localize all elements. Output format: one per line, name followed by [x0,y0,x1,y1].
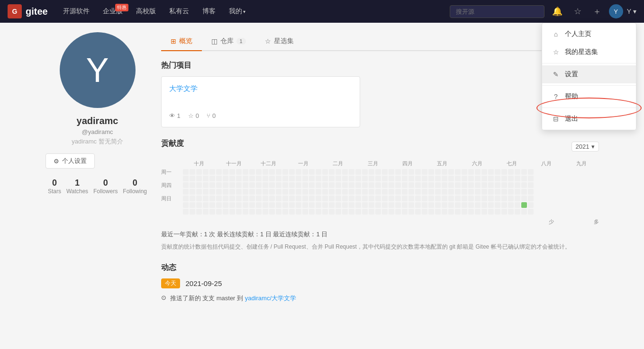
grid-cell[interactable] [263,169,268,175]
grid-cell[interactable] [289,182,295,188]
grid-cell[interactable] [455,176,461,181]
grid-cell[interactable] [309,169,315,175]
grid-cell[interactable] [495,169,500,175]
grid-cell[interactable] [196,202,202,208]
grid-cell[interactable] [269,176,275,181]
grid-cell[interactable] [223,209,228,215]
grid-cell[interactable] [455,196,461,201]
grid-cell[interactable] [462,209,467,215]
year-select[interactable]: 2021 ▾ [571,142,599,152]
grid-cell[interactable] [395,209,401,215]
grid-cell[interactable] [263,196,268,201]
grid-cell[interactable] [289,169,295,175]
tab-stars[interactable]: ☆ 星选集 [255,32,303,51]
grid-cell[interactable] [190,196,195,201]
grid-cell[interactable] [422,182,427,188]
grid-cell[interactable] [455,202,461,208]
grid-cell[interactable] [196,176,202,181]
grid-cell[interactable] [481,209,487,215]
grid-cell[interactable] [229,202,235,208]
grid-cell[interactable] [415,176,421,181]
grid-cell[interactable] [223,189,228,195]
grid-cell[interactable] [415,196,421,201]
grid-cell[interactable] [369,209,374,215]
grid-cell[interactable] [289,189,295,195]
grid-cell[interactable] [336,196,341,201]
grid-cell[interactable] [468,169,474,175]
grid-cell[interactable] [415,209,421,215]
grid-cell[interactable] [481,196,487,201]
nav-opensrc[interactable]: 开源软件 [57,0,95,23]
grid-cell[interactable] [508,176,514,181]
grid-cell[interactable] [462,189,467,195]
grid-cell[interactable] [448,189,454,195]
grid-cell[interactable] [468,176,474,181]
grid-cell[interactable] [488,169,494,175]
grid-cell[interactable] [448,209,454,215]
grid-cell[interactable] [229,196,235,201]
grid-cell[interactable] [349,189,354,195]
grid-cell[interactable] [408,182,414,188]
grid-cell[interactable] [508,202,514,208]
grid-cell[interactable] [422,169,427,175]
grid-cell[interactable] [402,189,408,195]
grid-cell[interactable] [316,196,321,201]
grid-cell[interactable] [282,202,288,208]
grid-cell[interactable] [329,202,335,208]
grid-cell[interactable] [209,189,215,195]
grid-cell[interactable] [223,169,228,175]
grid-cell[interactable] [475,182,481,188]
grid-cell[interactable] [521,196,527,201]
dropdown-logout[interactable]: ⊟ 退出 [542,110,636,128]
grid-cell[interactable] [501,202,507,208]
grid-cell[interactable] [515,196,520,201]
grid-cell[interactable] [501,196,507,201]
grid-cell[interactable] [342,196,348,201]
grid-cell[interactable] [336,169,341,175]
tab-repos[interactable]: ◫ 仓库 1 [202,32,255,51]
grid-cell[interactable] [382,202,388,208]
grid-cell[interactable] [481,182,487,188]
grid-cell[interactable] [229,209,235,215]
grid-cell[interactable] [349,182,354,188]
grid-cell[interactable] [302,202,308,208]
grid-cell[interactable] [515,176,520,181]
grid-cell[interactable] [428,209,434,215]
grid-cell[interactable] [269,169,275,175]
grid-cell[interactable] [302,189,308,195]
grid-cell[interactable] [481,176,487,181]
grid-cell[interactable] [349,196,354,201]
grid-cell[interactable] [369,189,374,195]
grid-cell[interactable] [375,189,381,195]
grid-cell[interactable] [263,209,268,215]
grid-cell[interactable] [422,196,427,201]
grid-cell[interactable] [355,176,361,181]
grid-cell[interactable] [316,182,321,188]
grid-cell[interactable] [336,182,341,188]
grid-cell[interactable] [389,182,394,188]
grid-cell[interactable] [229,176,235,181]
grid-cell[interactable] [336,189,341,195]
grid-cell[interactable] [488,189,494,195]
grid-cell[interactable] [243,182,248,188]
grid-cell[interactable] [515,169,520,175]
grid-cell[interactable] [243,169,248,175]
grid-cell[interactable] [183,189,189,195]
grid-cell[interactable] [408,209,414,215]
grid-cell[interactable] [395,196,401,201]
grid-cell[interactable] [269,202,275,208]
grid-cell[interactable] [349,169,354,175]
grid-cell[interactable] [495,182,500,188]
dropdown-profile[interactable]: ⌂ 个人主页 [542,25,636,43]
grid-cell[interactable] [362,209,368,215]
grid-cell[interactable] [442,182,447,188]
grid-cell[interactable] [389,189,394,195]
grid-cell[interactable] [389,169,394,175]
grid-cell[interactable] [223,196,228,201]
grid-cell[interactable] [422,209,427,215]
grid-cell[interactable] [508,169,514,175]
grid-cell[interactable] [528,176,534,181]
activity-repo-link[interactable]: yadiramc/大学文学 [245,295,296,302]
grid-cell[interactable] [442,176,447,181]
grid-cell[interactable] [362,169,368,175]
